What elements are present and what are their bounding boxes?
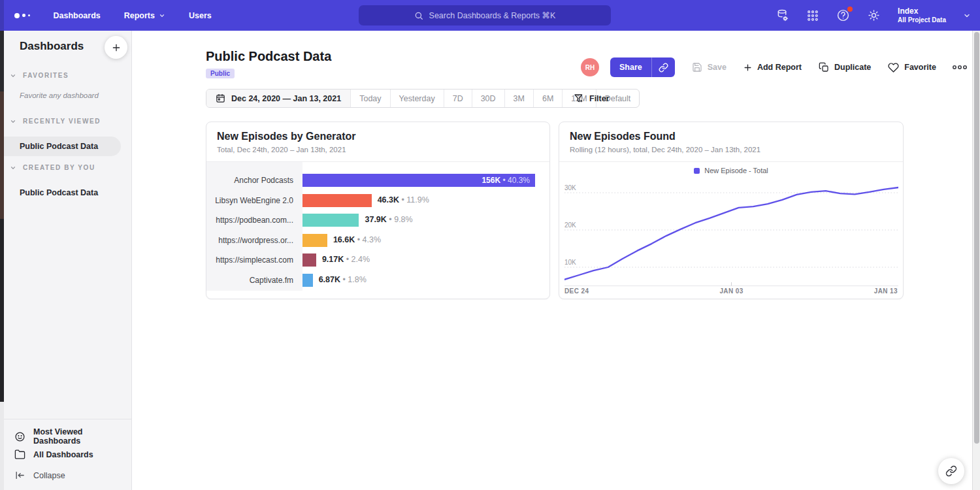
app-logo[interactable] xyxy=(14,13,30,18)
search-icon xyxy=(414,11,423,20)
x-axis-labels: DEC 24 JAN 03 JAN 13 xyxy=(564,287,898,295)
line-plot: 10K20K30K xyxy=(564,182,898,287)
bar-chart-subtitle: Total, Dec 24th, 2020 – Jan 13th, 2021 xyxy=(217,146,539,154)
add-report-button[interactable]: Add Report xyxy=(743,63,802,72)
duplicate-button[interactable]: Duplicate xyxy=(819,62,871,73)
line-series[interactable] xyxy=(564,188,898,280)
main-content: Public Podcast Data Public Dec 24, 2020 … xyxy=(133,31,972,490)
bar-track: 6.87K • 1.8% xyxy=(302,274,535,287)
bar-chart-body: Anchor Podcasts156K • 40.3%Libsyn WebEng… xyxy=(206,162,549,299)
scrollbar-thumb[interactable] xyxy=(974,32,979,444)
bar-category-label: https://podbean.com... xyxy=(206,216,302,225)
collapse-left-icon xyxy=(14,470,25,481)
bar-row: Captivate.fm6.87K • 1.8% xyxy=(206,270,535,291)
bar-fill[interactable] xyxy=(302,234,327,247)
nav-item-reports[interactable]: Reports xyxy=(124,11,165,20)
sidebar-section-recently-viewed[interactable]: RECENTLY VIEWED xyxy=(4,118,101,125)
bar-chart-header: New Episodes by Generator Total, Dec 24t… xyxy=(206,122,549,162)
preset-yesterday[interactable]: Yesterday xyxy=(391,90,444,107)
save-button[interactable]: Save xyxy=(692,62,727,73)
project-name: Index xyxy=(898,7,946,16)
line-chart-title: New Episodes Found xyxy=(570,131,892,142)
project-scope: All Project Data xyxy=(898,16,946,25)
all-dashboards-button[interactable]: All Dashboards xyxy=(14,449,93,460)
filter-button[interactable]: Filter xyxy=(574,89,610,108)
bar-row: Anchor Podcasts156K • 40.3% xyxy=(206,171,535,191)
data-sources-icon[interactable] xyxy=(776,8,789,22)
collapse-sidebar-button[interactable]: Collapse xyxy=(14,470,65,481)
project-switcher[interactable]: Index All Project Data xyxy=(898,7,946,25)
apps-grid-icon[interactable] xyxy=(806,9,819,22)
search-placeholder: Search Dashboards & Reports ⌘K xyxy=(429,10,556,20)
search-input[interactable]: Search Dashboards & Reports ⌘K xyxy=(359,5,611,25)
chevron-down-icon xyxy=(10,165,16,171)
chevron-down-icon xyxy=(10,118,16,125)
preset-7d[interactable]: 7D xyxy=(444,90,472,107)
bar-value-label: 9.17K • 2.4% xyxy=(322,255,370,264)
sidebar-section-favorites[interactable]: FAVORITES xyxy=(4,72,69,79)
y-tick-label: 20K xyxy=(564,221,576,229)
preset-6m[interactable]: 6M xyxy=(534,90,563,107)
bar-fill[interactable] xyxy=(302,253,316,267)
sidebar-divider xyxy=(4,419,131,419)
plus-icon xyxy=(743,63,752,72)
sidebar-item-public-podcast-data[interactable]: Public Podcast Data xyxy=(4,137,121,156)
bar-fill[interactable] xyxy=(302,194,372,207)
avatar[interactable]: RH xyxy=(581,58,599,76)
x-tick: DEC 24 xyxy=(564,287,589,295)
most-viewed-dashboards-button[interactable]: Most Viewed Dashboards xyxy=(14,427,131,446)
nav-item-dashboards[interactable]: Dashboards xyxy=(54,11,101,20)
line-chart-card: New Episodes Found Rolling (12 hours), t… xyxy=(559,122,904,299)
heart-icon xyxy=(888,62,899,73)
bar-fill[interactable] xyxy=(302,274,313,287)
bar-row: https://simplecast.com9.17K • 2.4% xyxy=(206,250,535,270)
visibility-badge: Public xyxy=(206,69,235,78)
bar-category-label: https://wordpress.or... xyxy=(206,236,302,245)
bar-chart-card: New Episodes by Generator Total, Dec 24t… xyxy=(206,122,550,299)
bar-value-label: 16.6K • 4.3% xyxy=(333,235,381,244)
preset-today[interactable]: Today xyxy=(351,90,390,107)
share-split-button: Share xyxy=(610,57,675,77)
bar-track: 156K • 40.3% xyxy=(302,174,535,187)
sidebar-section-created-by-you[interactable]: CREATED BY YOU xyxy=(4,164,95,171)
chevron-down-icon xyxy=(159,12,165,19)
bar-category-label: https://simplecast.com xyxy=(206,255,302,265)
chart-legend: New Episode - Total xyxy=(559,167,903,174)
y-tick-label: 10K xyxy=(564,259,576,266)
floating-share-link-button[interactable] xyxy=(938,458,964,484)
date-range-button[interactable]: Dec 24, 2020 — Jan 13, 2021 xyxy=(206,90,351,107)
bar-track: 16.6K • 4.3% xyxy=(302,234,535,247)
bar-value-label: 37.9K • 9.8% xyxy=(365,215,412,224)
preset-30d[interactable]: 30D xyxy=(472,90,505,107)
help-icon[interactable] xyxy=(836,8,850,22)
bar-category-label: Anchor Podcasts xyxy=(206,176,302,185)
save-icon xyxy=(692,62,702,73)
share-link-button[interactable] xyxy=(651,57,675,77)
bar-fill[interactable] xyxy=(302,214,359,227)
x-tick: JAN 13 xyxy=(874,287,898,295)
settings-gear-icon[interactable] xyxy=(867,8,881,22)
share-button[interactable]: Share xyxy=(610,57,651,77)
bar-fill[interactable]: 156K • 40.3% xyxy=(302,174,535,187)
x-tick: JAN 03 xyxy=(719,287,743,295)
favorite-button[interactable]: Favorite xyxy=(888,62,936,73)
line-chart-header: New Episodes Found Rolling (12 hours), t… xyxy=(559,122,903,162)
bar-value-label: 156K • 40.3% xyxy=(482,176,530,185)
nav-item-users[interactable]: Users xyxy=(189,11,212,20)
sidebar-item-public-podcast-data-created[interactable]: Public Podcast Data xyxy=(4,183,121,203)
copy-icon xyxy=(819,62,829,73)
sidebar: Dashboards FAVORITES Favorite any dashbo… xyxy=(4,31,132,490)
bar-row: https://wordpress.or...16.6K • 4.3% xyxy=(206,231,535,251)
preset-3m[interactable]: 3M xyxy=(505,90,534,107)
bar-category-label: Captivate.fm xyxy=(206,276,302,285)
link-icon xyxy=(945,465,957,477)
chevron-down-icon[interactable] xyxy=(963,12,971,20)
more-options-button[interactable] xyxy=(952,64,968,71)
line-chart-subtitle: Rolling (12 hours), total, Dec 24th, 202… xyxy=(570,146,892,154)
link-icon xyxy=(659,63,668,73)
top-nav: Dashboards Reports Users Search Dashboar… xyxy=(4,0,980,31)
bar-row: Libsyn WebEngine 2.046.3K • 11.9% xyxy=(206,191,535,211)
vertical-scrollbar xyxy=(972,31,980,490)
new-dashboard-button[interactable] xyxy=(105,36,127,59)
action-bar: RH Share Save Add Report Duplicate Favor… xyxy=(581,57,968,77)
